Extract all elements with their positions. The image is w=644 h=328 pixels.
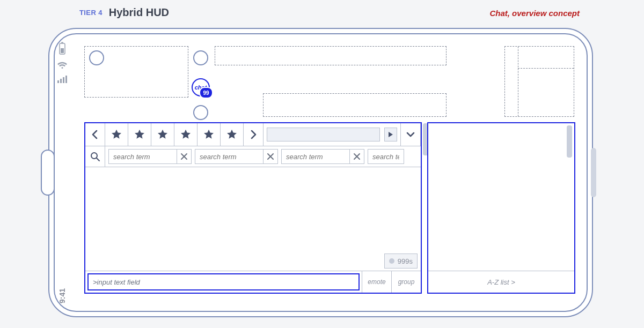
- svg-rect-1: [61, 42, 63, 44]
- svg-rect-3: [57, 80, 59, 83]
- search-chip-2: [195, 149, 278, 164]
- status-bar: 9:41: [55, 42, 70, 303]
- signal-icon: [57, 75, 68, 84]
- group-button[interactable]: group: [391, 271, 421, 293]
- chat-tab-row: [85, 123, 421, 146]
- search-input-1[interactable]: [109, 153, 177, 161]
- roster-list[interactable]: [428, 123, 574, 271]
- tabs-scroll-right[interactable]: [244, 123, 264, 146]
- channel-go-button[interactable]: [384, 128, 397, 141]
- favorite-tab-4[interactable]: [174, 123, 197, 146]
- favorite-tab-2[interactable]: [128, 123, 151, 146]
- clear-search-1[interactable]: [177, 150, 191, 163]
- page-title: Hybrid HUD: [109, 6, 169, 19]
- clear-search-2[interactable]: [263, 150, 277, 163]
- typing-dot-icon: [389, 258, 394, 264]
- search-input-4[interactable]: [368, 153, 404, 161]
- hud-slot-minimap: [504, 46, 574, 117]
- hud-orb-1[interactable]: [193, 50, 208, 65]
- favorite-tab-1[interactable]: [105, 123, 128, 146]
- search-chip-3: [281, 149, 364, 164]
- emote-button[interactable]: emote: [362, 271, 391, 293]
- roster-scrollbar[interactable]: [567, 125, 572, 158]
- search-icon[interactable]: [85, 146, 105, 167]
- favorite-tab-6[interactable]: [221, 123, 244, 146]
- roster-sort-button[interactable]: A-Z list >: [428, 271, 574, 293]
- tabs-scroll-left[interactable]: [85, 123, 105, 146]
- svg-rect-4: [60, 79, 62, 83]
- svg-rect-2: [61, 48, 64, 53]
- hud-slot-mid-bar: [263, 93, 447, 117]
- svg-line-8: [97, 158, 99, 161]
- clear-search-3[interactable]: [349, 150, 364, 163]
- chat-input-field[interactable]: >input text field: [87, 273, 360, 290]
- svg-rect-5: [63, 77, 64, 83]
- search-input-2[interactable]: [195, 153, 263, 161]
- home-indicator: [591, 148, 596, 197]
- chat-input-bar: >input text field emote group: [85, 271, 421, 293]
- typing-indicator: 999s: [384, 254, 418, 269]
- favorite-tab-3[interactable]: [151, 123, 174, 146]
- hud-orb-2[interactable]: [193, 105, 208, 120]
- chat-unread-badge: 99: [199, 87, 213, 99]
- typing-timer: 999s: [398, 257, 413, 265]
- chat-search-row: [85, 146, 421, 167]
- channel-selector[interactable]: [264, 123, 401, 146]
- battery-icon: [58, 42, 66, 56]
- favorite-tab-5[interactable]: [197, 123, 221, 146]
- chat-input-placeholder: >input text field: [93, 278, 140, 286]
- wifi-icon: [57, 61, 68, 70]
- channel-dropdown[interactable]: [401, 123, 421, 146]
- chat-message-area[interactable]: 999s: [85, 167, 421, 271]
- avatar-placeholder: [89, 50, 104, 65]
- roster-panel: A-Z list >: [427, 122, 575, 294]
- status-clock: 9:41: [58, 288, 67, 303]
- page-subtitle: Chat, overview concept: [489, 9, 580, 18]
- search-chip-1: [108, 149, 192, 164]
- search-chip-4: [368, 149, 404, 164]
- chat-bubble-button[interactable]: chat 99: [192, 78, 210, 96]
- camera-notch: [41, 150, 55, 196]
- chat-panel: 999s >input text field emote group: [84, 122, 422, 294]
- tier-label: TIER 4: [79, 9, 103, 17]
- svg-rect-6: [65, 76, 67, 83]
- device-frame: 9:41 chat 99: [48, 28, 593, 317]
- channel-name-field[interactable]: [267, 128, 380, 141]
- hud-slot-top-bar: [215, 46, 447, 65]
- search-input-3[interactable]: [282, 153, 349, 161]
